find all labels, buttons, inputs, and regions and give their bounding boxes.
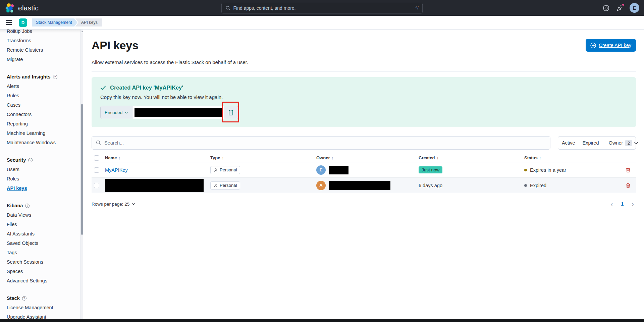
user-avatar[interactable]: E [630, 3, 639, 13]
sidebar-item[interactable]: Reporting ? [7, 119, 83, 128]
table-row: Personal A 6 days ago Expired [92, 178, 636, 193]
chevron-down-icon [634, 142, 638, 144]
sidebar-item[interactable]: Advanced Settings ? [7, 276, 83, 285]
filter-expired[interactable]: Expired [579, 140, 603, 146]
sidebar-item[interactable]: Machine Learning ? [7, 128, 83, 138]
breadcrumb-api-keys[interactable]: API keys [75, 18, 102, 26]
owner-cell: E [316, 165, 419, 175]
api-key-name-redacted [105, 179, 204, 192]
bottom-edge-strip [0, 319, 644, 322]
page-title: API keys [92, 39, 138, 52]
global-search-input[interactable]: Find apps, content, and more. ^/ [221, 3, 423, 13]
copy-key-button[interactable] [224, 106, 238, 119]
breadcrumb: Stack Management API keys [32, 18, 102, 26]
breadcrumb-bar: D Stack Management API keys [0, 16, 644, 30]
sidebar-section-header: Security ? [7, 155, 83, 165]
newsfeed-icon[interactable] [616, 4, 624, 12]
delete-key-button[interactable] [624, 166, 632, 174]
table-search-input[interactable]: Search... [92, 136, 550, 150]
breadcrumb-stack-management[interactable]: Stack Management [32, 18, 77, 26]
brand-text: elastic [18, 4, 39, 12]
column-header-created[interactable]: Created [419, 155, 524, 160]
sidebar-item[interactable]: Saved Objects ? [7, 238, 83, 248]
trash-icon [626, 183, 631, 188]
sidebar-section-header: Stack ? [7, 293, 83, 303]
help-icon: ? [28, 158, 33, 162]
sidebar-item[interactable]: Rules ? [7, 91, 83, 100]
copy-icon [228, 109, 234, 116]
previous-page-button[interactable]: ‹ [611, 201, 613, 207]
column-header-status[interactable]: Status [524, 155, 620, 160]
plus-circle-icon [590, 43, 596, 48]
sidebar-item[interactable]: Connectors ? [7, 110, 83, 119]
help-icon: ? [25, 204, 30, 208]
column-header-type[interactable]: Type [210, 155, 316, 160]
table-row: MyAPIKey Personal E Just now Expires in … [92, 162, 636, 178]
next-page-button[interactable]: › [632, 201, 634, 207]
owner-avatar: A [316, 181, 326, 190]
help-icon[interactable] [602, 4, 610, 12]
scrollbar-thumb[interactable] [81, 104, 83, 235]
create-api-key-button[interactable]: Create API key [586, 39, 636, 52]
row-checkbox[interactable] [94, 167, 99, 173]
sidebar-item[interactable]: Cases ? [7, 100, 83, 110]
api-key-name-link[interactable]: MyAPIKey [105, 167, 210, 173]
sidebar-nav-list: Rollup Jobs ? Transforms ? Remote Cluste… [0, 30, 83, 322]
sidebar-item[interactable]: License Management ? [7, 303, 83, 312]
api-key-value[interactable] [132, 106, 224, 119]
sidebar-item[interactable]: Search Sessions ? [7, 257, 83, 267]
sort-icon [118, 156, 120, 160]
sidebar-item[interactable]: Files ? [7, 220, 83, 229]
notification-dot [622, 3, 625, 6]
sidebar-item[interactable]: Remote Clusters ? [7, 45, 83, 55]
sidebar-item[interactable]: Tags ? [7, 248, 83, 257]
sidebar-item[interactable]: Spaces ? [7, 267, 83, 276]
owner-count-badge: 2 [625, 140, 632, 146]
status-cell: Expires in a year [524, 167, 620, 173]
search-icon [226, 6, 231, 11]
page-number-1[interactable]: 1 [621, 201, 624, 207]
status-cell: Expired [524, 183, 620, 188]
sort-icon [539, 156, 541, 160]
main-content: API keys Create API key Allow external s… [83, 30, 644, 322]
help-icon: ? [22, 296, 26, 301]
chevron-down-icon [125, 111, 128, 114]
sidebar-item[interactable]: API keys ? [7, 183, 83, 193]
sidebar: Rollup Jobs ? Transforms ? Remote Cluste… [0, 30, 83, 322]
sidebar-item[interactable]: AI Assistants ? [7, 229, 83, 238]
sidebar-section-header: Kibana ? [7, 201, 83, 210]
rows-per-page-select[interactable]: Rows per page: 25 [92, 202, 135, 207]
status-dot [524, 184, 527, 187]
divider [92, 71, 636, 71]
sidebar-item[interactable]: Users ? [7, 165, 83, 174]
global-header: elastic Find apps, content, and more. ^/ [0, 0, 644, 16]
elastic-home-link[interactable]: elastic [0, 3, 39, 13]
search-shortcut-hint: ^/ [416, 6, 419, 10]
header-actions: E [602, 0, 644, 16]
menu-icon[interactable] [6, 19, 12, 26]
sidebar-item[interactable]: Maintenance Windows ? [7, 138, 83, 147]
table-header-row: Name Type Owner Created Status [92, 154, 636, 162]
row-checkbox[interactable] [94, 183, 99, 188]
sidebar-item[interactable]: Alerts ? [7, 82, 83, 91]
filter-owner[interactable]: Owner 2 [605, 140, 642, 146]
callout-title: Created API key 'MyAPIKey' [110, 85, 183, 91]
column-header-owner[interactable]: Owner [316, 155, 419, 160]
sidebar-item[interactable]: Rollup Jobs ? [7, 30, 83, 36]
column-header-name[interactable]: Name [105, 155, 210, 160]
filter-active[interactable]: Active [558, 140, 579, 146]
sidebar-item[interactable]: Migrate ? [7, 55, 83, 64]
sort-desc-icon [436, 156, 438, 160]
elastic-logo-icon [5, 3, 15, 13]
page-description: Allow external services to access the El… [92, 59, 636, 65]
sidebar-item[interactable]: Transforms ? [7, 36, 83, 45]
encoded-format-select[interactable]: Encoded [101, 106, 132, 119]
pagination: ‹ 1 › [611, 201, 636, 207]
sidebar-item[interactable]: Data Views ? [7, 210, 83, 220]
delete-key-button[interactable] [624, 181, 632, 190]
user-icon [214, 183, 218, 187]
space-badge[interactable]: D [19, 18, 27, 27]
sidebar-item[interactable]: Roles ? [7, 174, 83, 183]
sidebar-scrollbar[interactable] [80, 30, 83, 322]
select-all-checkbox[interactable] [94, 155, 99, 161]
